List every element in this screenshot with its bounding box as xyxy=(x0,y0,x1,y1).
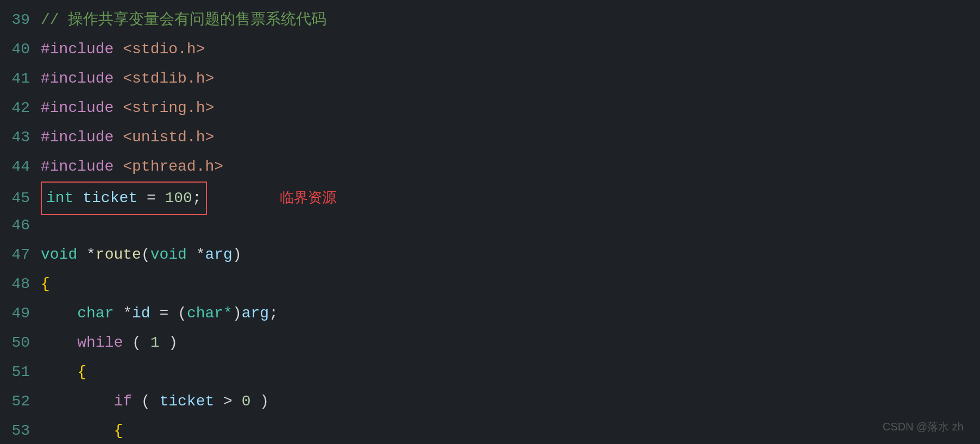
line-number: 41 xyxy=(0,64,41,93)
line-number: 42 xyxy=(0,93,41,123)
line-content: int ticket = 100; 临界资源 xyxy=(41,182,980,215)
line-number: 51 xyxy=(0,358,41,387)
code-line: 40#include <stdio.h> xyxy=(0,35,980,64)
line-number: 45 xyxy=(0,184,41,213)
code-line: 48{ xyxy=(0,270,980,299)
code-line: 44#include <pthread.h> xyxy=(0,152,980,182)
code-line: 42#include <string.h> xyxy=(0,93,980,123)
code-line: 45int ticket = 100; 临界资源 xyxy=(0,182,980,211)
line-content: { xyxy=(41,270,980,299)
line-number: 53 xyxy=(0,416,41,444)
code-line: 46 xyxy=(0,211,980,240)
line-content: #include <pthread.h> xyxy=(41,152,980,182)
line-number: 39 xyxy=(0,5,41,35)
code-line: 49 char *id = (char*)arg; xyxy=(0,299,980,328)
line-content: while ( 1 ) xyxy=(41,328,980,358)
code-line: 41#include <stdlib.h> xyxy=(0,64,980,93)
line-content: // 操作共享变量会有问题的售票系统代码 xyxy=(41,5,980,35)
code-line: 50 while ( 1 ) xyxy=(0,328,980,358)
code-line: 52 if ( ticket > 0 ) xyxy=(0,387,980,416)
line-content: #include <stdio.h> xyxy=(41,35,980,64)
line-number: 47 xyxy=(0,240,41,270)
code-line: 43#include <unistd.h> xyxy=(0,123,980,152)
annotation-label: 临界资源 xyxy=(280,190,336,207)
highlighted-declaration: int ticket = 100; xyxy=(41,182,207,215)
line-number: 52 xyxy=(0,387,41,416)
code-container: 39// 操作共享变量会有问题的售票系统代码40#include <stdio.… xyxy=(0,0,980,444)
watermark: CSDN @落水 zh xyxy=(883,420,964,434)
line-number: 43 xyxy=(0,123,41,152)
line-number: 46 xyxy=(0,211,41,240)
line-number: 40 xyxy=(0,35,41,64)
code-line: 39// 操作共享变量会有问题的售票系统代码 xyxy=(0,5,980,35)
code-line: 47void *route(void *arg) xyxy=(0,240,980,270)
line-content: { xyxy=(41,358,980,387)
line-content: { xyxy=(41,416,980,444)
code-line: 51 { xyxy=(0,358,980,387)
line-content: void *route(void *arg) xyxy=(41,240,980,270)
line-content: #include <unistd.h> xyxy=(41,123,980,152)
line-number: 50 xyxy=(0,328,41,358)
line-number: 48 xyxy=(0,270,41,299)
line-content: char *id = (char*)arg; xyxy=(41,299,980,328)
line-number: 49 xyxy=(0,299,41,328)
code-line: 53 { xyxy=(0,416,980,444)
line-content: if ( ticket > 0 ) xyxy=(41,387,980,416)
line-number: 44 xyxy=(0,152,41,182)
line-content: #include <stdlib.h> xyxy=(41,64,980,93)
line-content: #include <string.h> xyxy=(41,93,980,123)
